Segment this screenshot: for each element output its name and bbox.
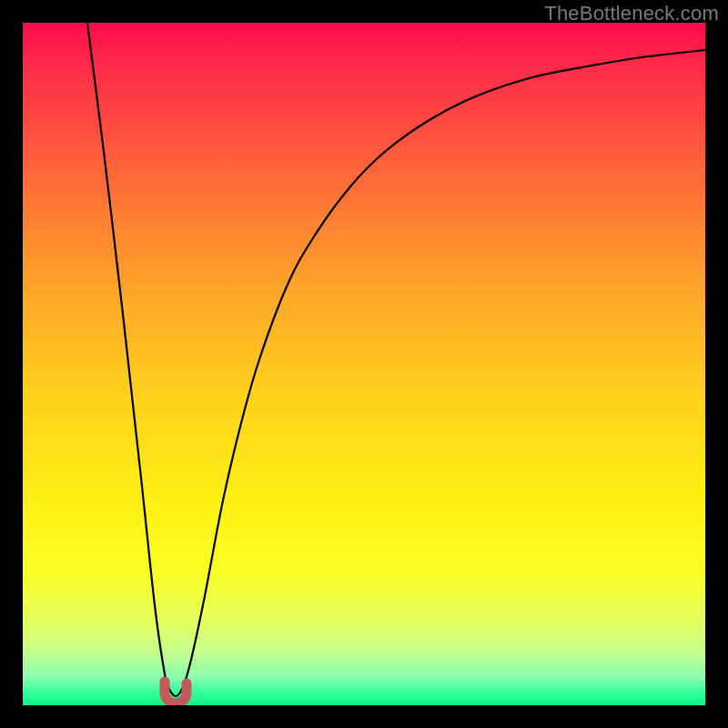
bottleneck-curve [87, 23, 705, 696]
bottom-u-marker [165, 683, 187, 703]
plot-area [23, 23, 705, 705]
marker-dot-icon [160, 677, 170, 687]
curve-layer [23, 23, 705, 705]
chart-frame: TheBottleneck.com [0, 0, 728, 728]
